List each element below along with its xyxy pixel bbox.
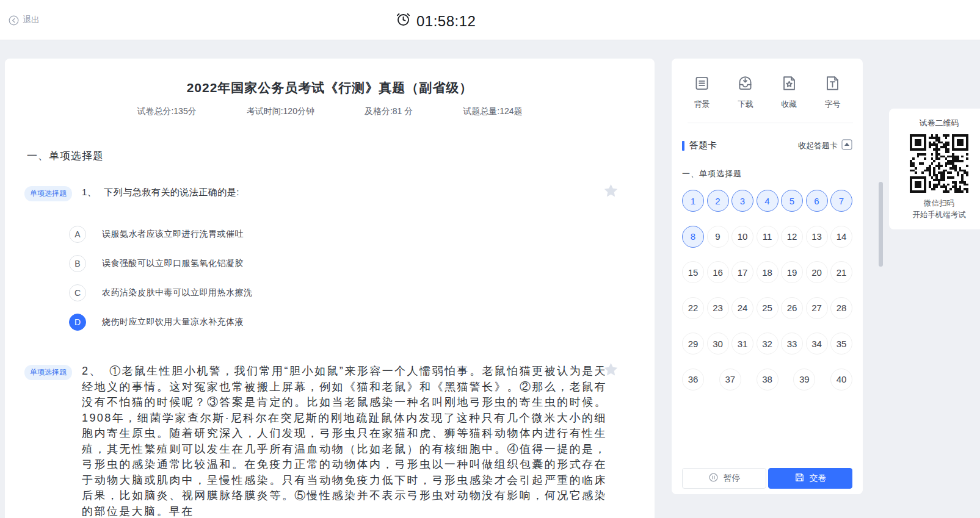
tool-label: 字号 (824, 99, 840, 110)
question-number-10[interactable]: 10 (731, 226, 753, 248)
document-lines-icon (693, 74, 711, 92)
option-text: 误食强酸可以立即口服氢氧化铝凝胶 (102, 258, 244, 269)
question-number-30[interactable]: 30 (707, 333, 729, 354)
question-number-38[interactable]: 38 (757, 369, 779, 390)
option-letter-circle[interactable]: D (69, 314, 86, 331)
back-circle-icon (9, 15, 19, 26)
question-1: 单项选择题 1、下列与急救有关的说法正确的是: A误服氨水者应该立即进行洗胃或催… (22, 185, 637, 331)
question-number-16[interactable]: 16 (707, 261, 729, 283)
section-title: 一、单项选择题 (27, 149, 637, 163)
question-number-17[interactable]: 17 (731, 261, 753, 283)
alarm-clock-icon (396, 12, 411, 31)
option-letter-circle[interactable]: A (69, 226, 86, 243)
question-number-36[interactable]: 36 (682, 369, 704, 390)
meta-duration: 考试时间:120分钟 (247, 106, 314, 117)
question-number-26[interactable]: 26 (781, 297, 803, 319)
question-number-28[interactable]: 28 (830, 297, 852, 319)
question-number-6[interactable]: 6 (806, 190, 828, 212)
answer-card-title: 答题卡 (682, 140, 717, 151)
question-number-37[interactable]: 37 (719, 369, 741, 390)
question-number-9[interactable]: 9 (707, 226, 729, 248)
question-number-14[interactable]: 14 (830, 226, 852, 248)
tool-label: 背景 (694, 99, 710, 110)
option-C[interactable]: C农药沾染皮肤中毒可以立即用热水擦洗 (69, 284, 637, 301)
favorite-star-icon[interactable] (603, 361, 619, 380)
question-number-1[interactable]: 1 (682, 190, 704, 212)
options-list: A误服氨水者应该立即进行洗胃或催吐B误食强酸可以立即口服氢氧化铝凝胶C农药沾染皮… (69, 226, 637, 331)
question-number-3[interactable]: 3 (731, 190, 753, 212)
exam-actions: 暂停 交卷 (672, 462, 863, 494)
option-A[interactable]: A误服氨水者应该立即进行洗胃或催吐 (69, 226, 637, 243)
option-text: 误服氨水者应该立即进行洗胃或催吐 (102, 229, 244, 240)
collapse-up-icon (841, 139, 852, 152)
option-D[interactable]: D烧伤时应立即饮用大量凉水补充体液 (69, 314, 637, 331)
download-tool-button[interactable]: 下载 (736, 74, 754, 110)
question-1-text: 1、下列与急救有关的说法正确的是: (82, 185, 239, 200)
qr-code-panel: 试卷二维码 微信扫码 开始手机端考试 (889, 109, 980, 229)
question-2: 单项选择题 2、①老鼠生性胆小机警，我们常用“胆小如鼠”来形容一个人懦弱怕事。老… (22, 364, 637, 518)
question-number-5[interactable]: 5 (781, 190, 803, 212)
question-number-8[interactable]: 8 (682, 226, 704, 248)
question-number-13[interactable]: 13 (806, 226, 828, 248)
option-B[interactable]: B误食强酸可以立即口服氢氧化铝凝胶 (69, 255, 637, 272)
qr-caption: 微信扫码 开始手机端考试 (889, 198, 980, 221)
question-number-34[interactable]: 34 (806, 333, 828, 354)
question-number-32[interactable]: 32 (757, 333, 779, 354)
paper-meta: 试卷总分:135分 考试时间:120分钟 及格分:81 分 试题总量:124题 (22, 106, 637, 117)
question-number-29[interactable]: 29 (682, 333, 704, 354)
question-number-4[interactable]: 4 (757, 190, 779, 212)
answer-card-section-label: 一、单项选择题 (682, 168, 852, 179)
option-text: 烧伤时应立即饮用大量凉水补充体液 (102, 317, 244, 328)
exit-button[interactable]: 退出 (9, 15, 40, 26)
question-number-11[interactable]: 11 (757, 226, 779, 248)
question-number-15[interactable]: 15 (682, 261, 704, 283)
question-number-27[interactable]: 27 (806, 297, 828, 319)
question-number-24[interactable]: 24 (731, 297, 753, 319)
pause-button[interactable]: 暂停 (682, 468, 766, 489)
tool-label: 下载 (738, 99, 753, 110)
question-2-text: 2、①老鼠生性胆小机警，我们常用“胆小如鼠”来形容一个人懦弱怕事。老鼠怕猫更被认… (82, 364, 607, 518)
favorite-star-icon[interactable] (603, 182, 619, 201)
question-1-number: 1、 (82, 187, 96, 197)
save-floppy-icon (794, 472, 805, 484)
collapse-answer-card-button[interactable]: 收起答题卡 (798, 139, 852, 152)
option-letter-circle[interactable]: C (69, 284, 86, 301)
background-tool-button[interactable]: 背景 (693, 74, 711, 110)
question-number-21[interactable]: 21 (830, 261, 852, 283)
question-number-20[interactable]: 20 (806, 261, 828, 283)
pause-icon (708, 472, 719, 484)
question-number-12[interactable]: 12 (781, 226, 803, 248)
answer-card-panel: 背景 下载 收藏 (672, 59, 863, 494)
font-size-icon (824, 74, 841, 92)
exit-label: 退出 (23, 15, 40, 26)
question-type-badge: 单项选择题 (24, 365, 72, 380)
option-letter-circle[interactable]: B (69, 255, 86, 272)
timer-value: 01:58:12 (416, 13, 476, 30)
scrollbar-thumb[interactable] (879, 182, 883, 267)
question-number-grid: 1234567891011121314151617181920212223242… (682, 190, 852, 404)
tool-label: 收藏 (781, 99, 797, 110)
question-number-18[interactable]: 18 (757, 261, 779, 283)
accent-bar (682, 141, 684, 151)
meta-pass-score: 及格分:81 分 (365, 106, 413, 117)
question-number-40[interactable]: 40 (830, 369, 852, 390)
question-number-33[interactable]: 33 (781, 333, 803, 354)
question-number-7[interactable]: 7 (830, 190, 852, 212)
question-number-39[interactable]: 39 (793, 369, 815, 390)
question-type-badge: 单项选择题 (24, 186, 72, 201)
toolbar: 背景 下载 收藏 (672, 59, 863, 110)
topbar: 退出 01:58:12 (0, 0, 980, 40)
question-number-2[interactable]: 2 (707, 190, 729, 212)
font-size-tool-button[interactable]: 字号 (824, 74, 841, 110)
submit-button[interactable]: 交卷 (768, 468, 852, 489)
question-number-35[interactable]: 35 (830, 333, 852, 354)
qr-code-image (910, 134, 968, 193)
question-number-31[interactable]: 31 (731, 333, 753, 354)
question-number-19[interactable]: 19 (781, 261, 803, 283)
question-number-22[interactable]: 22 (682, 297, 704, 319)
favorite-tool-button[interactable]: 收藏 (780, 74, 798, 110)
question-number-23[interactable]: 23 (707, 297, 729, 319)
download-tray-icon (736, 74, 754, 92)
question-number-25[interactable]: 25 (757, 297, 779, 319)
question-2-number: 2、 (82, 365, 102, 377)
